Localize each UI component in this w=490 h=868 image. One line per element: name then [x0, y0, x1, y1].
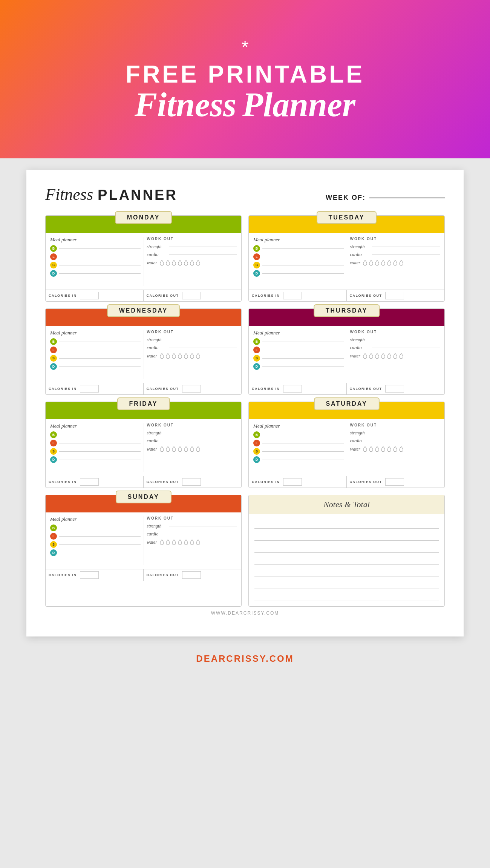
cal-in-monday: CALORIES IN	[46, 290, 144, 301]
cal-out-box[interactable]	[182, 292, 201, 299]
cal-out-label-fri: CALORIES OUT	[147, 480, 179, 484]
notes-line-3[interactable]	[254, 542, 439, 553]
day-header-friday: FRIDAY	[46, 402, 241, 419]
day-body-friday: Meal planner B L S D WORK OUT strength c…	[46, 419, 241, 472]
meal-circle-b: B	[50, 245, 57, 252]
notes-line-2[interactable]	[254, 530, 439, 541]
meal-circle-s-sun: S	[50, 541, 57, 548]
meal-row-d-monday: D	[50, 270, 141, 277]
water-drops-monday	[159, 260, 201, 266]
day-body-wednesday: Meal planner B L S D WORK OUT strength c…	[46, 326, 241, 379]
day-label-monday: MONDAY	[115, 211, 172, 224]
meal-circle-s-tue: S	[253, 262, 260, 268]
meal-circle-s-sat: S	[253, 448, 260, 455]
doc-footer: WWW.DEARCRISSY.COM	[45, 607, 445, 618]
day-header-monday: MONDAY	[46, 216, 241, 233]
meal-circle-l: L	[50, 253, 57, 260]
meal-circle-d-sat: D	[253, 456, 260, 463]
workout-label-tuesday: WORK OUT	[350, 237, 440, 241]
drop5	[184, 260, 188, 266]
workout-strength-monday: strength	[147, 244, 237, 250]
notes-line-5[interactable]	[254, 566, 439, 577]
day-card-friday: FRIDAY Meal planner B L S D WORK OUT str…	[45, 402, 242, 488]
day-body-sunday: Meal planner B L S D WORK OUT strength c…	[46, 512, 241, 565]
drop4	[178, 260, 182, 266]
meal-circle-d-tue: D	[253, 270, 260, 277]
meal-circle-l-fri: L	[50, 440, 57, 446]
notes-line-7[interactable]	[254, 590, 439, 601]
day-label-tuesday: TUESDAY	[317, 211, 377, 224]
day-label-friday: FRIDAY	[117, 397, 170, 410]
cal-out-label-sun: CALORIES OUT	[147, 573, 179, 577]
notes-body	[249, 514, 444, 606]
meal-circle-b-tue: B	[253, 245, 260, 252]
cal-in-box[interactable]	[80, 292, 99, 299]
cal-in-label: CALORIES IN	[49, 294, 77, 298]
site-footer: DEARCRISSY.COM	[196, 648, 294, 672]
meal-row-s-monday: S	[50, 262, 141, 268]
days-grid: MONDAY Meal planner B L S	[45, 215, 445, 488]
meal-line-b	[59, 248, 141, 249]
header-fitness-text: Fitness	[135, 88, 236, 122]
notes-line-1[interactable]	[254, 518, 439, 529]
water-row-monday: water	[147, 260, 237, 266]
water-text-monday: water	[147, 260, 157, 266]
day-label-saturday: SATURDAY	[314, 397, 379, 410]
cal-out-label-thu: CALORIES OUT	[350, 387, 382, 391]
week-of-line	[369, 198, 445, 198]
cal-in-label-thu: CALORIES IN	[252, 387, 280, 391]
meal-circle-d-sun: D	[50, 549, 57, 556]
day-card-monday: MONDAY Meal planner B L S	[45, 215, 242, 302]
calories-row-monday: CALORIES IN CALORIES OUT	[46, 290, 241, 301]
meal-label-monday: Meal planner	[50, 237, 141, 243]
meal-circle-l-sun: L	[50, 533, 57, 540]
fitness-planner-document: Fitness PLANNER WEEK OF: MONDAY Meal pla…	[26, 170, 464, 636]
header-asterisk: *	[242, 37, 249, 57]
meal-line-l	[59, 257, 141, 257]
calories-row-thursday: CALORIES IN CALORIES OUT	[249, 383, 444, 394]
cal-out-monday: CALORIES OUT	[144, 290, 242, 301]
day-body-monday: Meal planner B L S D	[46, 233, 241, 286]
day-card-thursday: THURSDAY Meal planner B L S D WORK OUT s…	[248, 308, 445, 395]
day-header-thursday: THURSDAY	[249, 309, 444, 326]
day-header-tuesday: TUESDAY	[249, 216, 444, 233]
meal-circle-b-sat: B	[253, 431, 260, 438]
meal-circle-s: S	[50, 262, 57, 268]
day-header-wednesday: WEDNESDAY	[46, 309, 241, 326]
bottom-row: SUNDAY Meal planner B L S D WORK OUT str…	[45, 495, 445, 607]
header-banner: * FREE PRINTABLE Fitness Planner	[0, 0, 490, 158]
meal-circle-l-wed: L	[50, 347, 57, 353]
meal-line-s	[59, 265, 141, 265]
meal-circle-s-thu: S	[253, 355, 260, 362]
meal-line-d	[59, 273, 141, 274]
workout-section-tuesday: WORK OUT strength cardio water	[347, 237, 440, 286]
calories-row-tuesday: CALORIES IN CALORIES OUT	[249, 290, 444, 301]
header-planner-text: Planner	[242, 88, 355, 122]
meal-circle-d-wed: D	[50, 363, 57, 370]
workout-strength-line	[169, 247, 237, 247]
doc-header: Fitness PLANNER WEEK OF:	[45, 185, 445, 204]
drop6	[190, 260, 194, 266]
drop2	[165, 260, 170, 266]
day-body-thursday: Meal planner B L S D WORK OUT strength c…	[249, 326, 444, 379]
notes-line-4[interactable]	[254, 554, 439, 565]
notes-line-6[interactable]	[254, 578, 439, 589]
day-label-wednesday: WEDNESDAY	[107, 304, 180, 317]
header-free-text: FREE PRINTABLE	[126, 61, 364, 87]
cal-in-label-sun: CALORIES IN	[49, 573, 77, 577]
doc-title: Fitness PLANNER	[45, 185, 178, 204]
day-card-wednesday: WEDNESDAY Meal planner B L S D WORK OUT …	[45, 308, 242, 395]
meal-circle-d: D	[50, 270, 57, 277]
meal-section-tuesday: Meal planner B L S D	[253, 237, 347, 286]
notes-header: Notes & Total	[249, 495, 444, 514]
workout-strength-text: strength	[147, 244, 169, 250]
cal-in-label-wed: CALORIES IN	[49, 387, 77, 391]
day-header-saturday: SATURDAY	[249, 402, 444, 419]
drop1	[159, 260, 164, 266]
notes-card: Notes & Total	[248, 495, 445, 607]
day-card-saturday: SATURDAY Meal planner B L S D WORK OUT s…	[248, 402, 445, 488]
website-text: WWW.DEARCRISSY.COM	[211, 610, 279, 616]
workout-label-monday: WORK OUT	[147, 237, 237, 241]
week-of-label: WEEK OF:	[326, 194, 366, 202]
calories-row-friday: CALORIES IN CALORIES OUT	[46, 476, 241, 488]
